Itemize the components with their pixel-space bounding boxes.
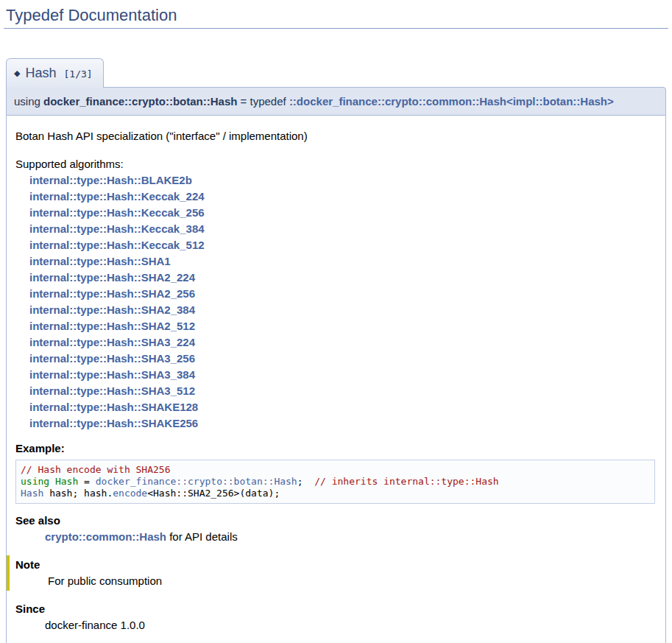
- code-link-hash-type[interactable]: Hash: [21, 488, 43, 499]
- proto-using-keyword: using: [14, 95, 43, 108]
- algorithm-link-sha3-512[interactable]: internal::type::Hash::SHA3_512: [29, 384, 195, 397]
- list-item: internal::type::Hash::SHA2_384: [29, 302, 657, 318]
- algorithm-link-sha2-224[interactable]: internal::type::Hash::SHA2_224: [29, 271, 195, 284]
- permalink-anchor-icon[interactable]: ◆: [14, 68, 20, 77]
- code-text: <Hash::SHA2_256>(data);: [147, 488, 280, 499]
- code-line-1: // Hash encode with SHA256: [21, 464, 650, 476]
- since-section: Since docker-finance 1.0.0: [15, 601, 657, 633]
- proto-target-type-link[interactable]: ::docker_finance::crypto::common::Hash<i…: [289, 95, 614, 108]
- algorithm-link-shake256[interactable]: internal::type::Hash::SHAKE256: [29, 417, 198, 429]
- code-link-hash-alias[interactable]: Hash: [55, 476, 78, 487]
- member-overload-index: [1/3]: [64, 68, 93, 80]
- code-text: ;: [297, 476, 314, 487]
- list-item: internal::type::Hash::Keccak_224: [29, 189, 657, 205]
- example-section: Example:: [15, 442, 657, 454]
- algorithm-link-blake2b[interactable]: internal::type::Hash::BLAKE2b: [29, 174, 192, 186]
- code-text: =: [78, 476, 95, 487]
- note-text: For public consumption: [48, 573, 657, 589]
- list-item: internal::type::Hash::SHA2_224: [29, 270, 657, 286]
- algorithm-link-sha1[interactable]: internal::type::Hash::SHA1: [29, 255, 171, 267]
- member-tab: ◆Hash [1/3]: [6, 58, 104, 88]
- member-name: Hash: [25, 66, 56, 80]
- proto-equals-typedef: = typedef: [237, 95, 289, 108]
- list-item: internal::type::Hash::SHA1: [29, 253, 657, 270]
- list-item: internal::type::Hash::SHA3_512: [29, 383, 657, 399]
- list-item: internal::type::Hash::SHA3_384: [29, 367, 657, 383]
- code-link-encode[interactable]: encode: [113, 488, 147, 499]
- see-also-text: for API details: [166, 530, 238, 543]
- algorithm-link-sha2-256[interactable]: internal::type::Hash::SHA2_256: [29, 287, 195, 300]
- list-item: internal::type::Hash::BLAKE2b: [29, 172, 657, 189]
- algorithm-link-keccak-512[interactable]: internal::type::Hash::Keccak_512: [29, 239, 205, 251]
- list-item: internal::type::Hash::SHA2_512: [29, 318, 657, 334]
- algorithm-link-sha3-384[interactable]: internal::type::Hash::SHA3_384: [29, 368, 195, 381]
- proto-typedef-name: docker_finance::crypto::botan::Hash: [43, 95, 237, 108]
- list-item: internal::type::Hash::SHA3_224: [29, 334, 657, 351]
- brief-description: Botan Hash API specialization ("interfac…: [15, 129, 657, 144]
- see-also-content: crypto::common::Hash for API details: [45, 529, 657, 545]
- since-text: docker-finance 1.0.0: [45, 617, 657, 633]
- list-item: internal::type::Hash::Keccak_256: [29, 205, 657, 221]
- algorithm-link-keccak-224[interactable]: internal::type::Hash::Keccak_224: [29, 190, 205, 203]
- code-line-2: using Hash = docker_finance::crypto::bot…: [21, 476, 650, 488]
- code-fragment: // Hash encode with SHA256 using Hash = …: [15, 460, 655, 504]
- typedef-doc-heading: Typedef Documentation: [4, 4, 668, 29]
- algorithm-link-sha2-384[interactable]: internal::type::Hash::SHA2_384: [29, 303, 195, 316]
- member-item: using docker_finance::crypto::botan::Has…: [6, 87, 666, 643]
- code-line-3: Hash hash; hash.encode<Hash::SHA2_256>(d…: [21, 488, 650, 499]
- supported-algorithms-label: Supported algorithms:: [15, 156, 657, 172]
- algorithm-list: internal::type::Hash::BLAKE2b internal::…: [29, 172, 657, 432]
- content-area: Typedef Documentation ◆Hash [1/3] using …: [0, 4, 672, 643]
- list-item: internal::type::Hash::SHAKE256: [29, 415, 657, 432]
- algorithm-link-keccak-256[interactable]: internal::type::Hash::Keccak_256: [29, 206, 205, 219]
- code-link-botan-hash[interactable]: docker_finance::crypto::botan::Hash: [96, 476, 297, 487]
- since-label: Since: [15, 601, 657, 617]
- code-comment: // inherits internal::type::Hash: [314, 476, 498, 487]
- example-label: Example:: [15, 442, 65, 454]
- list-item: internal::type::Hash::SHAKE128: [29, 399, 657, 415]
- algorithm-link-shake128[interactable]: internal::type::Hash::SHAKE128: [29, 401, 198, 413]
- code-text: hash; hash.: [43, 488, 113, 499]
- algorithm-link-sha3-256[interactable]: internal::type::Hash::SHA3_256: [29, 352, 195, 365]
- algorithm-link-keccak-384[interactable]: internal::type::Hash::Keccak_384: [29, 222, 205, 235]
- algorithm-link-sha2-512[interactable]: internal::type::Hash::SHA2_512: [29, 320, 195, 332]
- member-prototype: using docker_finance::crypto::botan::Has…: [6, 87, 666, 116]
- see-also-section: See also crypto::common::Hash for API de…: [15, 513, 657, 545]
- algorithm-link-sha3-224[interactable]: internal::type::Hash::SHA3_224: [29, 336, 195, 348]
- see-also-link[interactable]: crypto::common::Hash: [45, 530, 166, 543]
- list-item: internal::type::Hash::SHA3_256: [29, 351, 657, 367]
- code-comment: // Hash encode with SHA256: [21, 464, 171, 475]
- member-doc: Botan Hash API specialization ("interfac…: [6, 116, 666, 643]
- see-also-label: See also: [15, 513, 657, 529]
- note-section: Note For public consumption: [7, 555, 657, 591]
- note-label: Note: [15, 557, 657, 573]
- list-item: internal::type::Hash::Keccak_512: [29, 237, 657, 253]
- code-keyword-using: using: [21, 476, 55, 487]
- list-item: internal::type::Hash::SHA2_256: [29, 286, 657, 302]
- list-item: internal::type::Hash::Keccak_384: [29, 221, 657, 237]
